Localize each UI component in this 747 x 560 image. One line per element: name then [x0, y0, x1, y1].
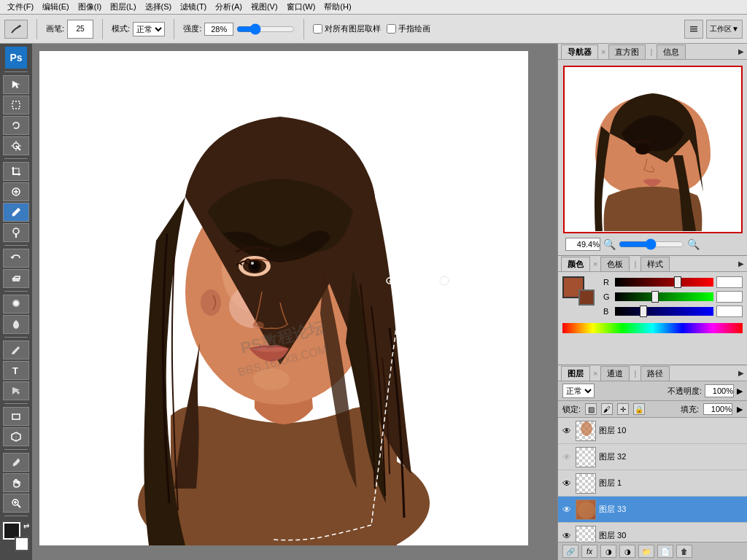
menu-view[interactable]: 视图(V) — [247, 0, 282, 14]
lock-move-icon[interactable]: ✛ — [617, 403, 629, 415]
background-color[interactable] — [15, 537, 29, 551]
g-slider-track[interactable] — [615, 292, 713, 301]
zoom-tool[interactable] — [3, 494, 29, 513]
color-panel-menu-icon[interactable]: ▶ — [738, 260, 744, 268]
layer-visibility-toggle[interactable]: 👁 — [561, 504, 573, 516]
fill-input[interactable] — [703, 403, 732, 415]
layer-mask-icon[interactable]: ◑ — [600, 545, 616, 558]
layer-visibility-toggle[interactable]: 👁 — [561, 425, 573, 437]
menu-window[interactable]: 窗口(W) — [282, 0, 320, 14]
b-slider-thumb[interactable] — [640, 306, 647, 317]
clone-stamp-tool[interactable] — [3, 223, 29, 242]
lasso-tool[interactable] — [3, 116, 29, 135]
layer-fx-icon[interactable]: fx — [581, 545, 597, 558]
swap-colors-icon[interactable]: ⇄ — [23, 522, 29, 530]
b-slider-track[interactable] — [615, 307, 713, 316]
tab-navigator[interactable]: 导航器 — [561, 44, 598, 59]
strength-input[interactable] — [204, 23, 233, 36]
blend-mode-select[interactable]: 正常 — [562, 384, 595, 398]
tab-styles[interactable]: 样式 — [640, 257, 670, 271]
layer-link-icon[interactable]: 🔗 — [562, 545, 578, 558]
r-value-input[interactable]: 162 — [716, 276, 743, 288]
menu-edit[interactable]: 编辑(E) — [38, 0, 74, 14]
opacity-input[interactable] — [705, 384, 734, 397]
workspace-options-btn[interactable] — [684, 20, 703, 39]
sample-all-layers-checkbox[interactable] — [313, 24, 322, 34]
brush-size-value: 25 — [77, 25, 85, 33]
3d-tool[interactable] — [3, 427, 29, 446]
color-picker[interactable]: ⇄ — [3, 522, 29, 551]
toolbar-btn-2[interactable]: 工作区▼ — [706, 20, 743, 39]
tab-swatches[interactable]: 色板 — [600, 257, 630, 271]
panel-menu-icon[interactable]: ▶ — [738, 47, 744, 55]
layers-panel-menu-icon[interactable]: ▶ — [738, 369, 744, 377]
tab-histogram[interactable]: 直方图 — [608, 44, 646, 59]
magic-wand-tool[interactable] — [3, 136, 29, 155]
b-value-input[interactable]: 70 — [716, 306, 743, 317]
g-value-input[interactable]: 101 — [716, 291, 743, 303]
tab-info[interactable]: 信息 — [657, 44, 686, 59]
menu-analyze[interactable]: 分析(A) — [211, 0, 247, 14]
tab-channels[interactable]: 通道 — [600, 366, 630, 381]
heal-tool[interactable] — [3, 182, 29, 201]
zoom-increase-icon[interactable]: 🔍 — [687, 238, 700, 250]
menu-select[interactable]: 选择(S) — [141, 0, 177, 14]
marquee-tool[interactable] — [3, 96, 29, 114]
eyedropper-tool[interactable] — [3, 453, 29, 472]
hand-tool[interactable] — [3, 473, 29, 492]
layer-row[interactable]: 👁 图层 33 — [558, 497, 747, 523]
menu-layer[interactable]: 图层(L) — [106, 0, 140, 14]
tab-paths[interactable]: 路径 — [640, 366, 670, 381]
menu-filter[interactable]: 滤镜(T) — [176, 0, 211, 14]
layer-visibility-toggle[interactable]: 👁 — [561, 451, 573, 463]
zoom-slider[interactable] — [619, 239, 684, 249]
crop-tool[interactable] — [3, 162, 29, 181]
lock-all-icon[interactable]: 🔒 — [633, 403, 645, 415]
layer-row[interactable]: 👁 图层 1 — [558, 470, 747, 497]
background-swatch[interactable] — [578, 289, 595, 306]
mode-select[interactable]: 正常 — [133, 22, 165, 36]
brush-preview[interactable]: 25 — [67, 20, 93, 39]
strength-slider[interactable] — [236, 23, 295, 35]
color-spectrum-bar[interactable] — [562, 323, 743, 333]
fill-arrow[interactable]: ▶ — [737, 405, 743, 414]
lock-paint-icon[interactable]: 🖌 — [601, 403, 613, 415]
smudge-tool-btn[interactable] — [4, 20, 28, 39]
layer-row[interactable]: 👁 图层 32 — [558, 444, 747, 470]
brush-tool[interactable] — [3, 203, 29, 222]
color-swatches-area: R 162 G 101 — [562, 276, 743, 320]
canvas[interactable]: PS教程论坛 BBS.16XX8.COM — [39, 51, 528, 545]
eraser-tool[interactable] — [3, 269, 29, 288]
menu-help[interactable]: 帮助(H) — [320, 0, 355, 14]
layer-visibility-toggle[interactable]: 👁 — [561, 530, 573, 542]
tab-color[interactable]: 颜色 — [561, 257, 590, 271]
type-tool[interactable]: T — [3, 361, 29, 380]
r-slider-row: R 162 — [603, 276, 743, 288]
menu-image[interactable]: 图像(I) — [74, 0, 106, 14]
pen-tool[interactable] — [3, 341, 29, 359]
delete-layer-icon[interactable]: 🗑 — [676, 545, 692, 558]
zoom-value-input[interactable] — [565, 238, 600, 251]
move-tool[interactable] — [3, 75, 29, 94]
tab-layers[interactable]: 图层 — [561, 366, 590, 381]
r-slider-thumb[interactable] — [674, 276, 681, 288]
layer-row[interactable]: 👁 图层 10 — [558, 418, 747, 444]
layer-visibility-toggle[interactable]: 👁 — [561, 478, 573, 489]
layer-folder-icon[interactable]: 📁 — [638, 545, 654, 558]
history-brush-tool[interactable] — [3, 249, 29, 268]
layer-adjustment-icon[interactable]: ◑ — [619, 545, 635, 558]
opacity-arrow[interactable]: ▶ — [737, 386, 743, 396]
shape-tool[interactable] — [3, 407, 29, 426]
r-slider-track[interactable] — [615, 278, 713, 287]
layer-name: 图层 10 — [599, 425, 744, 436]
path-selection-tool[interactable] — [3, 381, 29, 400]
menu-file[interactable]: 文件(F) — [3, 0, 38, 14]
blur-tool[interactable] — [3, 295, 29, 314]
zoom-decrease-icon[interactable]: 🔍 — [603, 238, 616, 250]
g-slider-thumb[interactable] — [651, 291, 659, 303]
layer-row[interactable]: 👁 图层 30 — [558, 523, 747, 542]
dodge-tool[interactable] — [3, 315, 29, 334]
lock-transparency-icon[interactable]: ▨ — [585, 403, 597, 415]
new-layer-icon[interactable]: 📄 — [657, 545, 673, 558]
finger-painting-checkbox[interactable] — [387, 24, 396, 34]
